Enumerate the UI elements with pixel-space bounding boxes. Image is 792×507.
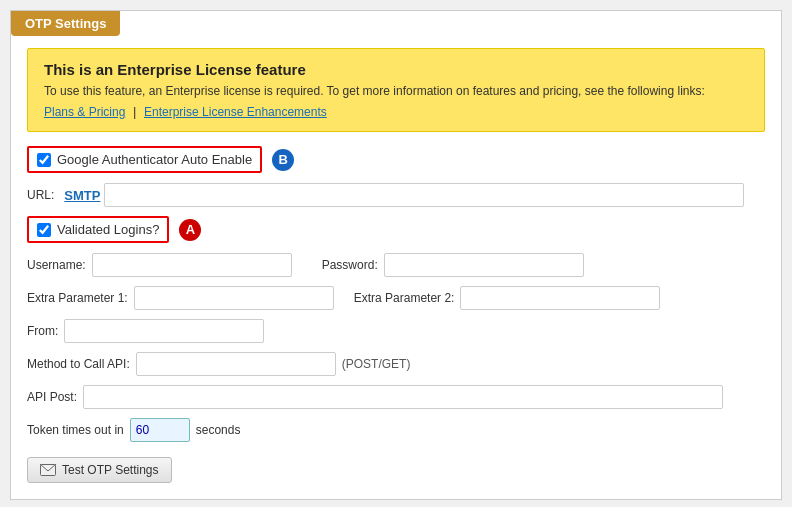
extra-param2-label: Extra Parameter 2: [354, 291, 455, 305]
from-input[interactable] [64, 319, 264, 343]
otp-settings-tab: OTP Settings [11, 11, 120, 36]
envelope-icon [40, 464, 56, 476]
extra-param2-input[interactable] [460, 286, 660, 310]
validated-logins-badge: A [179, 219, 201, 241]
extra-params-row: Extra Parameter 1: Extra Parameter 2: [27, 286, 765, 310]
method-row: Method to Call API: (POST/GET) [27, 352, 765, 376]
username-input[interactable] [92, 253, 292, 277]
password-label: Password: [322, 258, 378, 272]
url-row: URL: SMTP [27, 183, 765, 207]
test-otp-label: Test OTP Settings [62, 463, 159, 477]
enterprise-enhancements-link[interactable]: Enterprise License Enhancements [144, 105, 327, 119]
seconds-label: seconds [196, 423, 241, 437]
enterprise-license-box: This is an Enterprise License feature To… [27, 48, 765, 132]
api-post-label: API Post: [27, 390, 77, 404]
google-auth-checkbox[interactable] [37, 153, 51, 167]
username-password-row: Username: Password: [27, 253, 765, 277]
token-input[interactable] [130, 418, 190, 442]
google-auth-checkbox-wrapper: Google Authenticator Auto Enable [27, 146, 262, 173]
validated-logins-row: Validated Logins? A [27, 216, 765, 243]
extra-param1-label: Extra Parameter 1: [27, 291, 128, 305]
url-label: URL: [27, 188, 54, 202]
username-label: Username: [27, 258, 86, 272]
google-auth-row: Google Authenticator Auto Enable B [27, 146, 765, 173]
test-otp-button[interactable]: Test OTP Settings [27, 457, 172, 483]
smtp-link[interactable]: SMTP [64, 188, 100, 203]
google-auth-badge: B [272, 149, 294, 171]
token-label: Token times out in [27, 423, 124, 437]
api-post-row: API Post: [27, 385, 765, 409]
api-post-input[interactable] [83, 385, 723, 409]
password-input[interactable] [384, 253, 584, 277]
method-input[interactable] [136, 352, 336, 376]
enterprise-links: Plans & Pricing | Enterprise License Enh… [44, 104, 748, 119]
url-input[interactable] [104, 183, 744, 207]
post-get-hint: (POST/GET) [342, 357, 411, 371]
link-separator: | [133, 104, 136, 119]
enterprise-title: This is an Enterprise License feature [44, 61, 748, 78]
otp-settings-panel: OTP Settings This is an Enterprise Licen… [10, 10, 782, 500]
method-label: Method to Call API: [27, 357, 130, 371]
token-row: Token times out in seconds [27, 418, 765, 442]
validated-logins-checkbox[interactable] [37, 223, 51, 237]
extra-param1-input[interactable] [134, 286, 334, 310]
plans-pricing-link[interactable]: Plans & Pricing [44, 105, 125, 119]
enterprise-description: To use this feature, an Enterprise licen… [44, 84, 748, 98]
from-label: From: [27, 324, 58, 338]
google-auth-label: Google Authenticator Auto Enable [57, 152, 252, 167]
validated-logins-label: Validated Logins? [57, 222, 159, 237]
validated-logins-checkbox-wrapper: Validated Logins? [27, 216, 169, 243]
from-row: From: [27, 319, 765, 343]
